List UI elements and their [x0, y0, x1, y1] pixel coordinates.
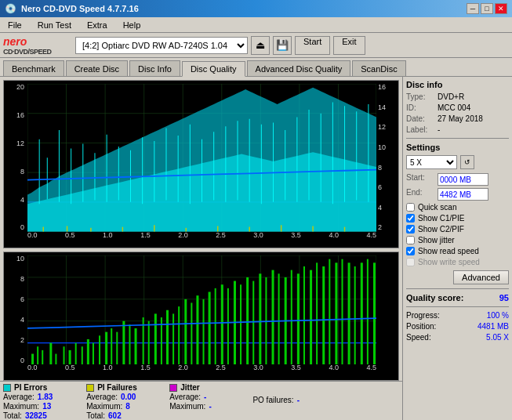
svg-rect-87 — [99, 335, 100, 364]
svg-rect-127 — [348, 262, 350, 364]
quick-scan-label[interactable]: Quick scan — [418, 203, 456, 212]
svg-rect-102 — [191, 302, 192, 364]
position-row: Position: 4481 MB — [406, 322, 509, 331]
show-c2-label[interactable]: Show C2/PIF — [418, 225, 464, 234]
app-title: Nero CD-DVD Speed 4.7.7.16 — [21, 4, 139, 13]
end-input[interactable] — [438, 188, 488, 201]
svg-rect-113 — [259, 273, 261, 364]
show-write-checkbox[interactable] — [406, 258, 415, 266]
svg-rect-122 — [316, 262, 318, 364]
maximize-button[interactable]: □ — [481, 3, 493, 14]
divider3 — [406, 306, 509, 307]
svg-rect-90 — [116, 331, 118, 364]
svg-rect-126 — [342, 259, 343, 364]
svg-rect-107 — [221, 284, 223, 364]
show-write-row: Show write speed — [406, 258, 509, 266]
pi-failures-label: PI Failures — [97, 383, 137, 392]
disc-id-row: ID: MCC 004 — [406, 103, 509, 112]
chart1-y-axis-right: 16 14 12 10 8 6 4 2 — [376, 84, 398, 232]
svg-rect-93 — [135, 328, 137, 364]
speed-result-row: Speed: 5.05 X — [406, 333, 509, 342]
show-read-row: Show read speed — [406, 247, 509, 255]
show-c1-checkbox[interactable] — [406, 214, 415, 223]
svg-rect-131 — [373, 262, 376, 364]
pi-failures-avg-label: Average: — [86, 393, 118, 401]
svg-rect-84 — [82, 346, 83, 364]
start-input[interactable] — [438, 173, 488, 186]
svg-rect-89 — [111, 328, 112, 364]
tab-disc-info[interactable]: Disc Info — [129, 60, 180, 76]
show-c1-label[interactable]: Show C1/PIE — [418, 214, 464, 223]
close-button[interactable]: ✕ — [495, 3, 507, 14]
progress-val: 100 % — [487, 311, 509, 320]
svg-rect-95 — [148, 320, 150, 364]
side-panel: Disc info Type: DVD+R ID: MCC 004 Date: … — [402, 77, 512, 420]
nero-logo-top: nero — [3, 35, 66, 48]
eject-button[interactable]: ⏏ — [251, 36, 270, 55]
svg-rect-76 — [31, 353, 34, 364]
start-label: Start: — [406, 173, 434, 186]
title-bar: 💿 Nero CD-DVD Speed 4.7.7.16 ─ □ ✕ — [0, 0, 512, 17]
speed-result-label: Speed: — [406, 333, 431, 342]
minimize-button[interactable]: ─ — [467, 3, 479, 14]
svg-rect-83 — [75, 342, 77, 364]
show-jitter-checkbox[interactable] — [406, 236, 415, 244]
svg-rect-123 — [322, 266, 325, 364]
jitter-max-val: - — [209, 402, 240, 411]
tab-disc-quality[interactable]: Disc Quality — [182, 61, 245, 77]
speed-refresh-button[interactable]: ↺ — [460, 155, 474, 169]
stats-bar: PI Errors Average: 1.83 Maximum: 13 Tota… — [0, 381, 402, 420]
disc-label-val: - — [438, 125, 440, 134]
save-button[interactable]: 💾 — [273, 36, 292, 55]
tab-scan-disc[interactable]: ScanDisc — [352, 60, 405, 76]
show-read-checkbox[interactable] — [406, 247, 415, 255]
pi-failures-max-label: Maximum: — [86, 402, 122, 411]
stat-po-failures: PO failures: - — [252, 383, 328, 418]
pi-errors-avg-label: Average: — [3, 393, 34, 401]
start-button[interactable]: Start — [295, 36, 330, 55]
disc-id-val: MCC 004 — [438, 103, 470, 112]
menu-file[interactable]: File — [3, 19, 27, 31]
tab-create-disc[interactable]: Create Disc — [66, 60, 128, 76]
menu-extra[interactable]: Extra — [82, 19, 112, 31]
svg-rect-98 — [166, 310, 169, 364]
show-jitter-label[interactable]: Show jitter — [418, 236, 455, 244]
advanced-button[interactable]: Advanced — [453, 270, 509, 284]
quick-scan-checkbox[interactable] — [406, 203, 415, 212]
chart2-svg — [27, 255, 376, 364]
menu-run-test[interactable]: Run Test — [33, 19, 76, 31]
show-c2-checkbox[interactable] — [406, 225, 415, 234]
end-label: End: — [406, 188, 434, 201]
menu-bar: File Run Test Extra Help — [0, 17, 512, 33]
charts-wrapper: 20 16 12 8 4 0 16 14 12 10 8 6 4 2 — [0, 77, 402, 381]
pi-errors-label: PI Errors — [14, 383, 47, 392]
main-content: 20 16 12 8 4 0 16 14 12 10 8 6 4 2 — [0, 77, 512, 420]
settings-title: Settings — [406, 143, 509, 152]
nero-logo-bottom: CD·DVD/SPEED — [3, 48, 66, 56]
po-failures-val: - — [297, 396, 329, 404]
svg-rect-124 — [329, 259, 330, 364]
svg-rect-119 — [297, 273, 300, 364]
disc-info-title: Disc info — [406, 80, 509, 89]
start-row: Start: — [406, 173, 509, 186]
menu-help[interactable]: Help — [118, 19, 146, 31]
exit-button[interactable]: Exit — [333, 36, 365, 55]
svg-rect-92 — [129, 324, 130, 364]
svg-rect-118 — [291, 270, 292, 364]
tab-benchmark[interactable]: Benchmark — [3, 60, 64, 76]
speed-select[interactable]: 5 X 1 X 2 X 4 X 8 X Max — [406, 155, 457, 169]
jitter-avg-val: - — [204, 393, 235, 401]
nero-logo: nero CD·DVD/SPEED — [3, 34, 66, 56]
disc-id-label: ID: — [406, 103, 434, 112]
drive-select[interactable]: [4:2] Optiarc DVD RW AD-7240S 1.04 — [75, 37, 248, 54]
svg-rect-108 — [227, 288, 229, 364]
svg-rect-77 — [37, 346, 38, 364]
svg-rect-111 — [246, 277, 249, 364]
show-c1-row: Show C1/PIE — [406, 214, 509, 223]
pi-errors-avg-val: 1.83 — [38, 393, 69, 401]
tab-advanced-disc-quality[interactable]: Advanced Disc Quality — [247, 60, 351, 76]
chart1-svg — [27, 84, 376, 232]
divider2 — [406, 288, 509, 289]
speed-result-val: 5.05 X — [486, 333, 509, 342]
show-read-label[interactable]: Show read speed — [418, 247, 479, 255]
